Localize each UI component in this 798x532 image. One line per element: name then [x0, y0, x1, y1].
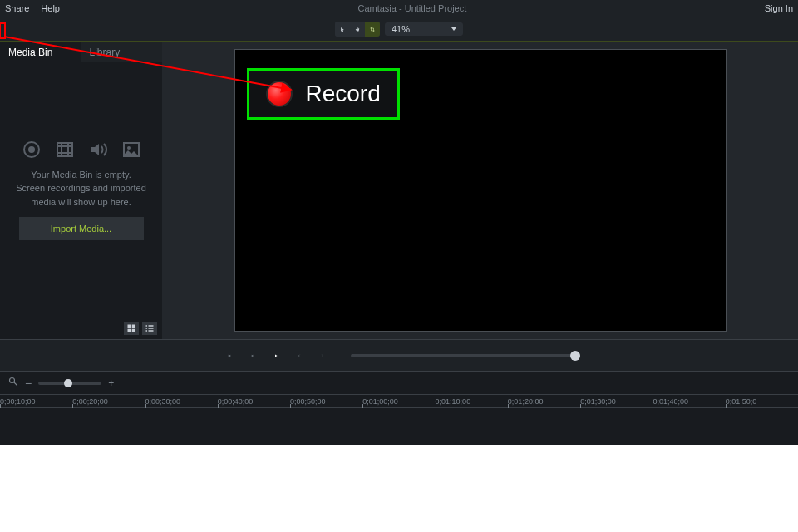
media-bin-empty-text: Your Media Bin is empty. Screen recordin… [16, 168, 146, 209]
record-circle-icon [22, 140, 42, 160]
ruler-tick: 0;01;40;00 [653, 395, 725, 407]
timeline: − + 0;00;10;000;00;20;000;00;30;000;00;4… [0, 371, 798, 445]
svg-point-5 [10, 378, 15, 383]
scrubber-handle[interactable] [570, 351, 580, 361]
canvas-zoom-select[interactable]: 41% [385, 22, 463, 36]
playback-scrubber[interactable] [351, 354, 575, 357]
timeline-search-button[interactable] [8, 377, 18, 389]
magnifier-icon [8, 377, 18, 387]
list-view-button[interactable] [142, 322, 157, 335]
record-callout: Record [247, 68, 400, 120]
audio-icon [88, 140, 108, 160]
step-forward-button[interactable] [246, 349, 259, 362]
ruler-tick: 0;00;50;00 [290, 395, 362, 407]
skip-back-icon [228, 350, 231, 362]
slider-knob[interactable] [64, 379, 72, 387]
crop-tool[interactable] [365, 22, 380, 37]
step-forward-icon [251, 350, 254, 362]
ruler-tick: 0;01;10;00 [436, 395, 508, 407]
svg-rect-2 [57, 143, 72, 156]
svg-point-4 [127, 146, 131, 150]
tab-media-bin[interactable]: Media Bin [0, 42, 81, 62]
menu-bar: Share Help Camtasia - Untitled Project S… [0, 0, 798, 17]
hand-icon [355, 25, 360, 34]
record-label: Record [306, 81, 381, 107]
chevron-right-icon [321, 351, 324, 361]
chevron-left-icon [298, 351, 301, 361]
pointer-tool[interactable] [335, 22, 350, 37]
zoom-value: 41% [392, 24, 410, 34]
ruler-tick: 0;00;40;00 [218, 395, 290, 407]
next-frame-button[interactable] [316, 349, 329, 362]
crop-icon [370, 25, 375, 34]
media-type-icons [22, 140, 141, 160]
zoom-out-button[interactable]: − [25, 377, 32, 390]
chevron-down-icon [451, 27, 456, 31]
ruler-tick: 0;00;20;00 [72, 395, 145, 407]
menu-share[interactable]: Share [5, 3, 29, 13]
ruler-tick: 0;01;20;00 [508, 395, 580, 407]
play-button[interactable] [269, 349, 283, 362]
canvas-area: Record [162, 42, 798, 339]
tab-library[interactable]: Library [81, 42, 163, 62]
grid-icon [126, 323, 136, 333]
ruler-tick: 0;00;30;00 [145, 395, 218, 407]
app-title: Camtasia - Untitled Project [60, 3, 765, 13]
image-icon [121, 140, 141, 160]
record-dot-icon [266, 81, 293, 107]
list-icon [145, 323, 155, 333]
zoom-in-button[interactable]: + [108, 377, 114, 389]
canvas-toolbar: 41% [0, 17, 798, 42]
side-panel: Media Bin Library Your Media Bin is empt… [0, 42, 162, 339]
ruler-tick: 0;01;30;00 [580, 395, 653, 407]
sign-in-link[interactable]: Sign In [765, 3, 793, 13]
import-media-button[interactable]: Import Media... [19, 217, 144, 240]
timeline-zoom-slider[interactable] [38, 382, 101, 385]
svg-point-1 [28, 146, 35, 153]
cursor-icon [340, 25, 345, 34]
ruler-tick: 0;01;00;00 [362, 395, 435, 407]
hand-tool[interactable] [350, 22, 365, 37]
timeline-ruler[interactable]: 0;00;10;000;00;20;000;00;30;000;00;40;00… [0, 395, 798, 408]
play-icon [274, 347, 278, 364]
preview-canvas[interactable]: Record [234, 49, 727, 332]
ruler-tick: 0;01;50;0 [726, 395, 798, 407]
grid-view-button[interactable] [124, 322, 139, 335]
ruler-tick: 0;00;10;00 [0, 395, 72, 407]
prev-clip-button[interactable] [223, 349, 236, 362]
prev-frame-button[interactable] [293, 349, 306, 362]
playback-bar [0, 339, 798, 371]
film-icon [55, 140, 75, 160]
menu-help[interactable]: Help [41, 3, 60, 13]
